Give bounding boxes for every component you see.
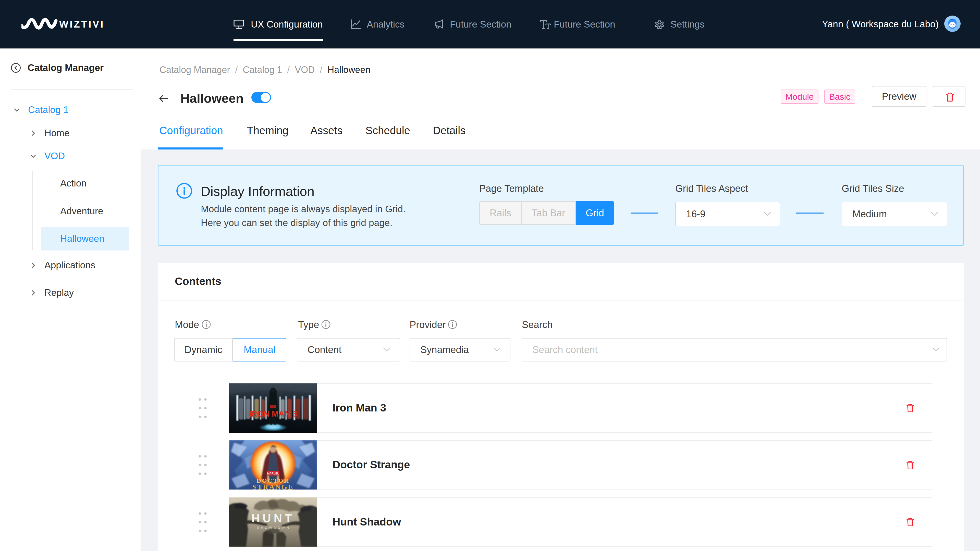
- svg-text:MARVEL: MARVEL: [267, 472, 279, 475]
- svg-text:HUNT: HUNT: [251, 512, 295, 525]
- svg-text:IRON MAN 3: IRON MAN 3: [249, 409, 297, 418]
- svg-text:SHOWDOWN: SHOWDOWN: [257, 526, 290, 530]
- svg-text:WIZTIVI: WIZTIVI: [59, 19, 105, 30]
- svg-text:STRANGE: STRANGE: [252, 483, 293, 489]
